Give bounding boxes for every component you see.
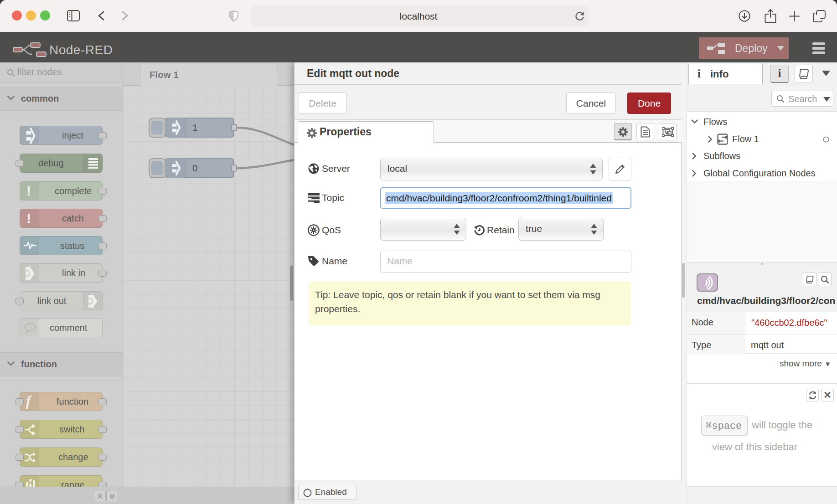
svg-text:1: 1 (192, 122, 198, 133)
svg-text:0: 0 (192, 163, 198, 173)
